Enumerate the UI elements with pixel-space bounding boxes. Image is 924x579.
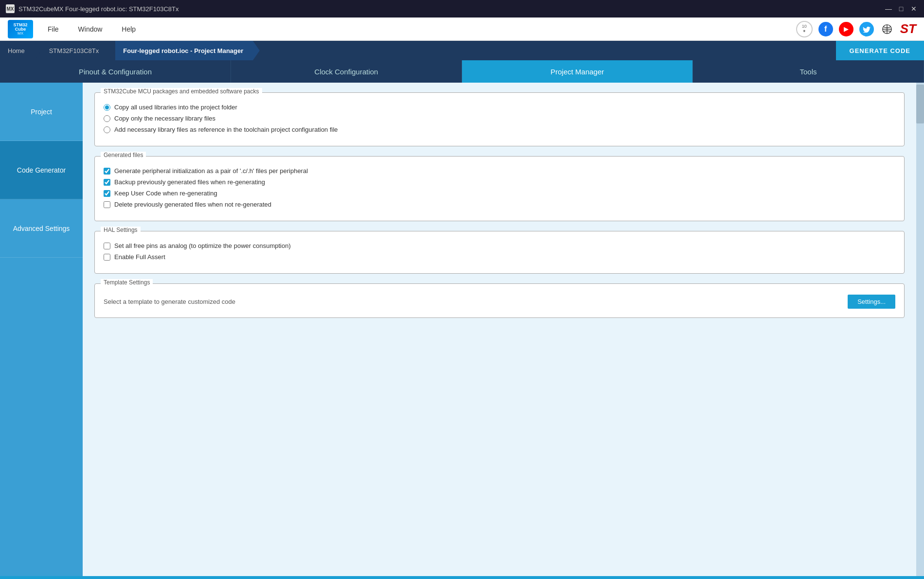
tab-bar: Pinout & Configuration Clock Configurati… — [0, 60, 924, 83]
st-logo-icon[interactable]: ST — [900, 21, 916, 36]
maximize-button[interactable]: □ — [897, 4, 906, 13]
window-title: STM32CubeMX Four-legged robot.ioc: STM32… — [18, 5, 178, 13]
menu-bar: STM32 Cube MX File Window Help 10✦ f ▶ S… — [0, 18, 924, 41]
breadcrumb-arrow-3 — [253, 41, 260, 60]
mcu-packages-legend: STM32Cube MCU packages and embedded soft… — [101, 88, 262, 95]
tab-pinout[interactable]: Pinout & Configuration — [0, 60, 231, 83]
hal-settings-legend: HAL Settings — [101, 227, 141, 233]
generated-files-legend: Generated files — [101, 152, 146, 158]
minimize-button[interactable]: — — [884, 4, 893, 13]
radio-option-3[interactable]: Add necessary library files as reference… — [104, 126, 895, 133]
main-layout: Project Code Generator Advanced Settings… — [0, 83, 924, 579]
breadcrumb-arrow-1 — [35, 41, 41, 60]
menu-items: File Window Help — [48, 23, 136, 35]
scrollbar-track[interactable] — [916, 83, 924, 579]
file-menu[interactable]: File — [48, 23, 59, 35]
checkbox-gen1[interactable] — [104, 168, 110, 175]
radio-input-3[interactable] — [104, 126, 110, 133]
tab-tools[interactable]: Tools — [693, 60, 924, 83]
help-menu[interactable]: Help — [122, 23, 136, 35]
checkbox-gen3[interactable] — [104, 190, 110, 197]
breadcrumb-items: Home STM32F103C8Tx Four-legged robot.ioc… — [0, 41, 260, 60]
breadcrumb-project[interactable]: Four-legged robot.ioc - Project Manager — [115, 41, 253, 60]
close-button[interactable]: ✕ — [909, 4, 918, 13]
sidebar-item-project[interactable]: Project — [0, 83, 83, 141]
template-settings-legend: Template Settings — [101, 279, 153, 286]
check-option-gen1[interactable]: Generate peripheral initialization as a … — [104, 167, 895, 175]
check-option-hal2[interactable]: Enable Full Assert — [104, 253, 895, 261]
radio-option-2[interactable]: Copy only the necessary library files — [104, 115, 895, 122]
status-bar — [0, 576, 924, 579]
sidebar: Project Code Generator Advanced Settings — [0, 83, 83, 579]
app-icon: MX — [6, 4, 15, 13]
radio-input-2[interactable] — [104, 115, 110, 122]
radio-input-1[interactable] — [104, 104, 110, 111]
generate-code-button[interactable]: GENERATE CODE — [836, 41, 924, 60]
check-option-gen2[interactable]: Backup previously generated files when r… — [104, 178, 895, 186]
anniversary-badge[interactable]: 10✦ — [796, 21, 813, 37]
sidebar-item-code-generator[interactable]: Code Generator — [0, 141, 83, 199]
template-settings-section: Template Settings Select a template to g… — [94, 283, 905, 318]
breadcrumb-mcu[interactable]: STM32F103C8Tx — [41, 41, 109, 60]
mcu-packages-section: STM32Cube MCU packages and embedded soft… — [94, 92, 905, 146]
radio-option-1[interactable]: Copy all used libraries into the project… — [104, 104, 895, 111]
check-option-gen4[interactable]: Delete previously generated files when n… — [104, 201, 895, 208]
checkbox-hal1[interactable] — [104, 243, 110, 249]
breadcrumb-arrow-2 — [108, 41, 115, 60]
facebook-icon[interactable]: f — [818, 22, 833, 36]
sidebar-item-advanced-settings[interactable]: Advanced Settings — [0, 199, 83, 258]
window-menu[interactable]: Window — [78, 23, 103, 35]
tab-clock[interactable]: Clock Configuration — [231, 60, 462, 83]
checkbox-hal2[interactable] — [104, 254, 110, 261]
content-area: STM32Cube MCU packages and embedded soft… — [83, 83, 916, 579]
title-bar: MX STM32CubeMX Four-legged robot.ioc: ST… — [0, 0, 924, 18]
network-icon[interactable] — [880, 22, 894, 36]
logo-mx: MX — [18, 32, 23, 35]
template-placeholder-text: Select a template to generate customized… — [104, 298, 235, 305]
title-bar-left: MX STM32CubeMX Four-legged robot.ioc: ST… — [6, 4, 178, 13]
checkbox-gen4[interactable] — [104, 201, 110, 208]
checkbox-gen2[interactable] — [104, 179, 110, 186]
hal-settings-section: HAL Settings Set all free pins as analog… — [94, 231, 905, 274]
youtube-icon[interactable]: ▶ — [839, 22, 853, 36]
app-logo: STM32 Cube MX — [8, 20, 33, 38]
menu-bar-right: 10✦ f ▶ ST — [796, 21, 916, 37]
check-option-hal1[interactable]: Set all free pins as analog (to optimize… — [104, 242, 895, 249]
tab-project[interactable]: Project Manager — [462, 60, 693, 83]
title-bar-controls[interactable]: — □ ✕ — [884, 4, 918, 13]
breadcrumb-home[interactable]: Home — [0, 41, 35, 60]
anniversary-icon: 10✦ — [802, 24, 807, 34]
menu-bar-left: STM32 Cube MX File Window Help — [8, 20, 136, 38]
check-option-gen3[interactable]: Keep User Code when re-generating — [104, 190, 895, 197]
generated-files-section: Generated files Generate peripheral init… — [94, 156, 905, 221]
settings-button[interactable]: Settings... — [848, 295, 895, 309]
breadcrumb: Home STM32F103C8Tx Four-legged robot.ioc… — [0, 41, 924, 60]
twitter-icon[interactable] — [859, 22, 874, 36]
scrollbar-thumb[interactable] — [916, 85, 924, 123]
